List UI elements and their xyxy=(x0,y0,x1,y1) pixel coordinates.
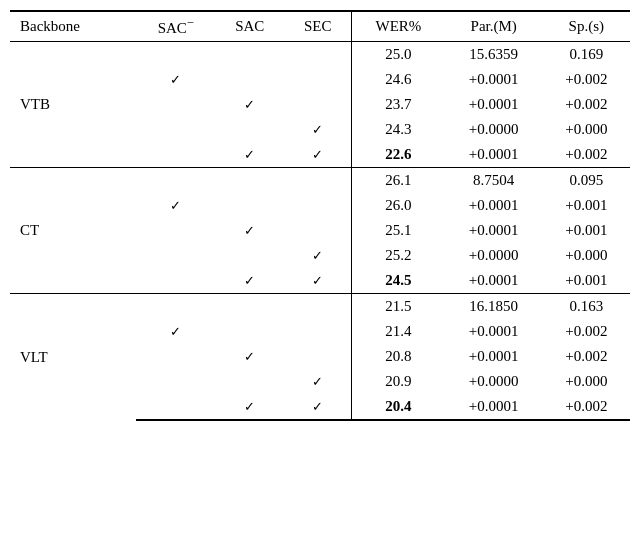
sac-cell: ✓ xyxy=(215,344,284,369)
par-cell: +0.0001 xyxy=(445,92,543,117)
sac-cell: ✓ xyxy=(215,268,284,294)
sp-cell: +0.001 xyxy=(543,218,630,243)
sac-cell: ✓ xyxy=(215,92,284,117)
sp-cell: +0.002 xyxy=(543,344,630,369)
sec-cell xyxy=(284,67,351,92)
sec-cell: ✓ xyxy=(284,268,351,294)
wer-cell: 22.6 xyxy=(352,142,445,168)
par-cell: +0.0001 xyxy=(445,193,543,218)
wer-cell: 20.8 xyxy=(352,344,445,369)
sp-cell: +0.001 xyxy=(543,268,630,294)
par-cell: +0.0000 xyxy=(445,243,543,268)
sac-minus-cell: ✓ xyxy=(136,67,215,92)
sec-cell xyxy=(284,344,351,369)
sac-minus-cell xyxy=(136,268,215,294)
sac-minus-cell xyxy=(136,142,215,168)
wer-cell: 25.1 xyxy=(352,218,445,243)
sac-minus-cell xyxy=(136,344,215,369)
par-cell: +0.0001 xyxy=(445,394,543,420)
sac-minus-cell xyxy=(136,243,215,268)
sac-minus-cell xyxy=(136,117,215,142)
header-sp: Sp.(s) xyxy=(543,11,630,42)
sac-cell xyxy=(215,294,284,320)
sac-minus-cell xyxy=(136,218,215,243)
par-cell: +0.0001 xyxy=(445,142,543,168)
results-table: Backbone SAC− SAC SEC WER% Par.(M) Sp.(s… xyxy=(10,10,630,421)
sac-minus-cell xyxy=(136,168,215,194)
sac-minus-cell xyxy=(136,92,215,117)
sac-cell xyxy=(215,168,284,194)
wer-cell: 20.4 xyxy=(352,394,445,420)
sp-cell: +0.000 xyxy=(543,369,630,394)
wer-cell: 24.5 xyxy=(352,268,445,294)
header-sec: SEC xyxy=(284,11,351,42)
wer-cell: 25.2 xyxy=(352,243,445,268)
wer-cell: 25.0 xyxy=(352,42,445,68)
sp-cell: +0.002 xyxy=(543,67,630,92)
sac-cell: ✓ xyxy=(215,218,284,243)
sac-minus-cell xyxy=(136,294,215,320)
wer-cell: 23.7 xyxy=(352,92,445,117)
sp-cell: 0.163 xyxy=(543,294,630,320)
header-backbone: Backbone xyxy=(10,11,136,42)
sp-cell: +0.002 xyxy=(543,142,630,168)
backbone-label: VLT xyxy=(10,294,136,421)
wer-cell: 26.1 xyxy=(352,168,445,194)
wer-cell: 20.9 xyxy=(352,369,445,394)
sp-cell: +0.000 xyxy=(543,117,630,142)
wer-cell: 26.0 xyxy=(352,193,445,218)
sec-cell: ✓ xyxy=(284,142,351,168)
sp-cell: +0.000 xyxy=(543,243,630,268)
wer-cell: 21.4 xyxy=(352,319,445,344)
par-cell: +0.0000 xyxy=(445,117,543,142)
sec-cell xyxy=(284,168,351,194)
sp-cell: +0.002 xyxy=(543,394,630,420)
sec-cell: ✓ xyxy=(284,243,351,268)
backbone-label: VTB xyxy=(10,42,136,168)
sac-minus-cell xyxy=(136,369,215,394)
sac-minus-cell: ✓ xyxy=(136,193,215,218)
header-sac-minus: SAC− xyxy=(136,11,215,42)
header-sac: SAC xyxy=(215,11,284,42)
sac-cell xyxy=(215,243,284,268)
header-wer: WER% xyxy=(352,11,445,42)
sec-cell: ✓ xyxy=(284,117,351,142)
sac-cell: ✓ xyxy=(215,142,284,168)
par-cell: 15.6359 xyxy=(445,42,543,68)
sac-cell xyxy=(215,193,284,218)
par-cell: 16.1850 xyxy=(445,294,543,320)
par-cell: +0.0001 xyxy=(445,344,543,369)
sac-cell: ✓ xyxy=(215,394,284,420)
sec-cell: ✓ xyxy=(284,394,351,420)
wer-cell: 21.5 xyxy=(352,294,445,320)
sp-cell: +0.001 xyxy=(543,193,630,218)
sac-cell xyxy=(215,319,284,344)
sac-cell xyxy=(215,117,284,142)
par-cell: +0.0001 xyxy=(445,319,543,344)
par-cell: +0.0001 xyxy=(445,268,543,294)
sp-cell: +0.002 xyxy=(543,319,630,344)
par-cell: +0.0001 xyxy=(445,218,543,243)
sac-minus-cell xyxy=(136,394,215,420)
sec-cell xyxy=(284,294,351,320)
sec-cell: ✓ xyxy=(284,369,351,394)
sec-cell xyxy=(284,92,351,117)
par-cell: 8.7504 xyxy=(445,168,543,194)
backbone-label: CT xyxy=(10,168,136,294)
sp-cell: 0.095 xyxy=(543,168,630,194)
par-cell: +0.0001 xyxy=(445,67,543,92)
sec-cell xyxy=(284,218,351,243)
header-par: Par.(M) xyxy=(445,11,543,42)
sac-cell xyxy=(215,67,284,92)
wer-cell: 24.3 xyxy=(352,117,445,142)
sp-cell: +0.002 xyxy=(543,92,630,117)
par-cell: +0.0000 xyxy=(445,369,543,394)
sec-cell xyxy=(284,319,351,344)
sec-cell xyxy=(284,193,351,218)
wer-cell: 24.6 xyxy=(352,67,445,92)
sec-cell xyxy=(284,42,351,68)
sac-cell xyxy=(215,369,284,394)
sac-cell xyxy=(215,42,284,68)
sac-minus-cell xyxy=(136,42,215,68)
sp-cell: 0.169 xyxy=(543,42,630,68)
